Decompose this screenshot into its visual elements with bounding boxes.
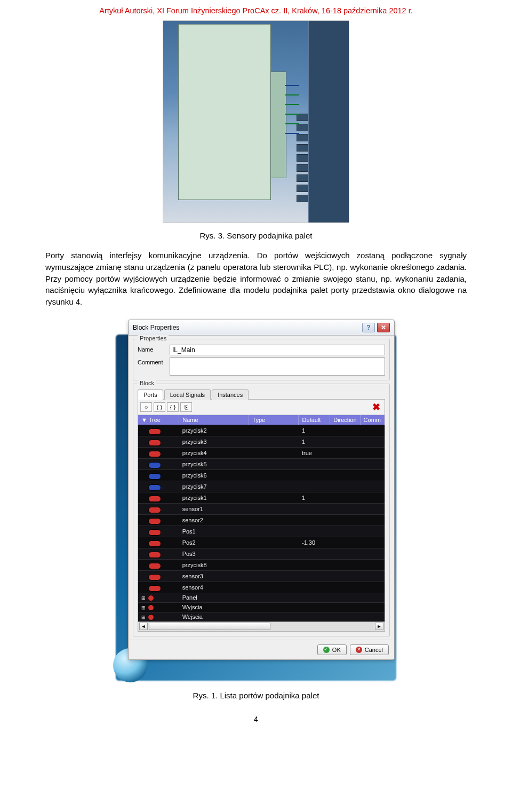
paragraph-ports: Porty stanowią interfejsy komunikacyjne … bbox=[45, 250, 467, 308]
port-name-cell: przycisk8 bbox=[179, 559, 249, 570]
table-row[interactable]: sensor4 bbox=[138, 582, 385, 593]
ok-button[interactable]: OK bbox=[317, 644, 347, 655]
name-field[interactable] bbox=[170, 345, 385, 355]
column-header[interactable]: ▼ Tree bbox=[138, 415, 179, 425]
port-default-cell bbox=[299, 602, 330, 612]
port-type-cell bbox=[249, 481, 299, 492]
port-pin-icon bbox=[148, 574, 161, 580]
port-type-cell bbox=[249, 602, 299, 612]
port-direction-cell bbox=[330, 481, 360, 492]
column-header[interactable]: Comm bbox=[360, 415, 384, 425]
port-type-cell bbox=[249, 436, 299, 447]
table-row[interactable]: Pos3 bbox=[138, 548, 385, 559]
port-pin-icon bbox=[148, 507, 161, 513]
port-direction-cell bbox=[330, 570, 360, 582]
cancel-button[interactable]: Cancel bbox=[350, 644, 389, 655]
toolbar-button-0[interactable]: ○ bbox=[140, 402, 152, 412]
table-row[interactable]: przycisk5 bbox=[138, 458, 385, 469]
port-comm-cell bbox=[360, 548, 384, 559]
block-group-label: Block bbox=[138, 380, 156, 386]
expander-icon[interactable]: ⊞ bbox=[141, 605, 146, 610]
port-comm-cell bbox=[360, 582, 384, 593]
delete-icon[interactable]: ✖ bbox=[370, 401, 382, 413]
table-row[interactable]: sensor2 bbox=[138, 514, 385, 526]
port-pin-icon bbox=[148, 563, 161, 569]
port-name-cell: Pos3 bbox=[179, 548, 249, 559]
table-row[interactable]: przycisk21 bbox=[138, 425, 385, 436]
port-default-cell: 1 bbox=[299, 425, 330, 436]
table-row[interactable]: przycisk6 bbox=[138, 469, 385, 481]
tab-local-signals[interactable]: Local Signals bbox=[164, 389, 211, 400]
table-row[interactable]: przycisk4true bbox=[138, 447, 385, 458]
port-type-cell bbox=[249, 447, 299, 458]
toolbar-button-1[interactable]: ( ) bbox=[154, 402, 165, 412]
port-type-cell bbox=[249, 458, 299, 469]
port-type-cell bbox=[249, 570, 299, 582]
scroll-thumb[interactable] bbox=[149, 623, 270, 630]
port-type-cell bbox=[249, 559, 299, 570]
table-row[interactable]: przycisk8 bbox=[138, 559, 385, 570]
expander-icon[interactable]: ⊞ bbox=[141, 595, 146, 601]
port-default-cell bbox=[299, 458, 330, 469]
port-direction-cell bbox=[330, 514, 360, 526]
port-comm-cell bbox=[360, 526, 384, 537]
port-default-cell bbox=[299, 503, 330, 514]
column-header[interactable]: Default bbox=[299, 415, 330, 425]
comment-field[interactable] bbox=[170, 357, 385, 376]
table-row[interactable]: ⊞Panel bbox=[138, 593, 385, 602]
port-comm-cell bbox=[360, 514, 384, 526]
port-pin-icon bbox=[148, 552, 161, 558]
port-direction-cell bbox=[330, 436, 360, 447]
port-pin-icon bbox=[148, 428, 161, 435]
port-comm-cell bbox=[360, 593, 384, 602]
port-comm-cell bbox=[360, 559, 384, 570]
block-properties-dialog: Block Properties ? ✕ Properties Name Com… bbox=[128, 320, 395, 660]
port-pin-icon bbox=[148, 484, 161, 491]
port-direction-cell bbox=[330, 602, 360, 612]
table-row[interactable]: Pos1 bbox=[138, 526, 385, 537]
port-direction-cell bbox=[330, 503, 360, 514]
expander-icon[interactable]: ⊞ bbox=[141, 615, 146, 620]
horizontal-scrollbar[interactable]: ◄ ► bbox=[138, 622, 385, 631]
table-row[interactable]: ⊞Wejscia bbox=[138, 612, 385, 622]
port-pin-icon bbox=[148, 451, 161, 457]
port-default-cell bbox=[299, 514, 330, 526]
column-header[interactable]: Type bbox=[249, 415, 299, 425]
table-row[interactable]: Pos2-1.30 bbox=[138, 537, 385, 548]
scroll-left-button[interactable]: ◄ bbox=[139, 623, 148, 630]
port-name-cell: przycisk2 bbox=[179, 425, 249, 436]
page-header-note: Artykuł Autorski, XI Forum Inżynierskieg… bbox=[45, 6, 467, 15]
port-pin-icon bbox=[148, 595, 154, 601]
port-comm-cell bbox=[360, 481, 384, 492]
close-button[interactable]: ✕ bbox=[377, 323, 390, 332]
port-type-cell bbox=[249, 425, 299, 436]
scroll-right-button[interactable]: ► bbox=[375, 623, 383, 630]
port-type-cell bbox=[249, 503, 299, 514]
port-name-cell: przycisk6 bbox=[179, 469, 249, 481]
port-direction-cell bbox=[330, 548, 360, 559]
help-button[interactable]: ? bbox=[362, 323, 375, 332]
port-pin-icon bbox=[148, 462, 161, 468]
port-direction-cell bbox=[330, 559, 360, 570]
port-comm-cell bbox=[360, 537, 384, 548]
toolbar-button-3[interactable]: ⎘ bbox=[180, 402, 192, 412]
table-row[interactable]: ⊞Wyjscia bbox=[138, 602, 385, 612]
column-header[interactable]: Name bbox=[179, 415, 249, 425]
port-default-cell: 1 bbox=[299, 436, 330, 447]
tab-ports[interactable]: Ports bbox=[138, 389, 163, 400]
port-type-cell bbox=[249, 469, 299, 481]
table-row[interactable]: sensor1 bbox=[138, 503, 385, 514]
table-row[interactable]: sensor3 bbox=[138, 570, 385, 582]
table-row[interactable]: przycisk7 bbox=[138, 481, 385, 492]
toolbar-button-2[interactable]: { } bbox=[167, 402, 179, 412]
port-pin-icon bbox=[148, 540, 161, 547]
table-row[interactable]: przycisk31 bbox=[138, 436, 385, 447]
port-type-cell bbox=[249, 492, 299, 503]
dialog-footer: OK Cancel bbox=[129, 640, 394, 659]
tab-instances[interactable]: Instances bbox=[212, 389, 249, 400]
port-comm-cell bbox=[360, 436, 384, 447]
ok-button-label: OK bbox=[332, 647, 341, 653]
port-type-cell bbox=[249, 548, 299, 559]
table-row[interactable]: przycisk11 bbox=[138, 492, 385, 503]
column-header[interactable]: Direction bbox=[330, 415, 360, 425]
